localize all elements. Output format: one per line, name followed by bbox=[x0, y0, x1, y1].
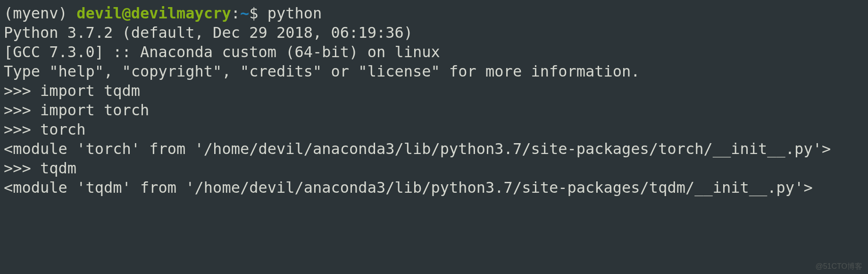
terminal[interactable]: (myenv) devil@devilmaycry:~$ python Pyth… bbox=[4, 4, 864, 197]
repl-output: <module 'tqdm' from '/home/devil/anacond… bbox=[4, 178, 864, 197]
shell-prompt-line: (myenv) devil@devilmaycry:~$ python bbox=[4, 4, 864, 23]
repl-prompt: >>> bbox=[4, 101, 40, 119]
repl-input: import torch bbox=[40, 101, 149, 119]
python-version-line: Python 3.7.2 (default, Dec 29 2018, 06:1… bbox=[4, 23, 864, 43]
repl-prompt: >>> bbox=[4, 82, 40, 100]
python-compiler-line: [GCC 7.3.0] :: Anaconda custom (64-bit) … bbox=[4, 43, 864, 62]
user-host: devil@devilmaycry bbox=[76, 4, 231, 22]
prompt-colon: : bbox=[231, 4, 240, 22]
repl-input: tqdm bbox=[40, 159, 76, 177]
repl-line: >>> torch bbox=[4, 120, 864, 139]
prompt-path: ~ bbox=[240, 4, 249, 22]
repl-line: >>> import torch bbox=[4, 101, 864, 120]
repl-output: <module 'torch' from '/home/devil/anacon… bbox=[4, 139, 864, 159]
python-help-line: Type "help", "copyright", "credits" or "… bbox=[4, 62, 864, 81]
watermark: @51CTO博客 bbox=[815, 262, 862, 271]
repl-line: >>> tqdm bbox=[4, 159, 864, 178]
command-text: python bbox=[267, 4, 322, 22]
repl-line: >>> import tqdm bbox=[4, 81, 864, 101]
venv-indicator: (myenv) bbox=[4, 4, 76, 22]
repl-prompt: >>> bbox=[4, 159, 40, 177]
repl-prompt: >>> bbox=[4, 120, 40, 138]
prompt-dollar: $ bbox=[249, 4, 267, 22]
repl-input: import tqdm bbox=[40, 82, 140, 100]
repl-input: torch bbox=[40, 120, 85, 138]
